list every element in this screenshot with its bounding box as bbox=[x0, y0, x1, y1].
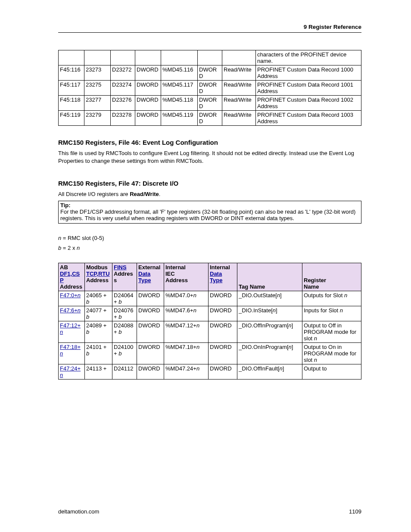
formula-n: n = RMC slot (0-5) bbox=[58, 234, 361, 242]
col-register-name: Register Name bbox=[302, 263, 361, 291]
table-row: F45:11723275D23274DWORD%MD45.117DWORDRea… bbox=[59, 81, 361, 96]
table-row: F45:11623273D23272DWORD%MD45.116DWORDRea… bbox=[59, 65, 361, 81]
footer-left: deltamotion.com bbox=[58, 508, 99, 515]
paragraph-file46: This file is used by RMCTools to configu… bbox=[58, 149, 361, 165]
col-internal-iec: Internal IEC Address bbox=[164, 263, 209, 291]
col-external-data-type: External Data Type bbox=[137, 263, 164, 291]
paragraph-file47-intro: All Discrete I/O registers are Read/Writ… bbox=[58, 190, 361, 198]
tip-box: Tip: For the DF1/CSP addressing format, … bbox=[58, 201, 361, 224]
col-modbus: Modbus TCP,RTU Address bbox=[85, 263, 112, 291]
table-row: F45:11923279D23278DWORD%MD45.119DWORDRea… bbox=[59, 111, 361, 126]
col-tag-name: Tag Name bbox=[237, 263, 302, 291]
col-ab: AB DF1,CSP Address bbox=[59, 263, 85, 291]
formula-b: b = 2 x n bbox=[58, 244, 361, 252]
table-row: F47:18+n24101 + bD24100 + bDWORD%MD47.18… bbox=[59, 342, 361, 364]
table-row: F45:11823277D23276DWORD%MD45.118DWORDRea… bbox=[59, 96, 361, 111]
col-internal-data-type: Internal Data Type bbox=[209, 263, 237, 291]
table-file47: AB DF1,CSP Address Modbus TCP,RTU Addres… bbox=[58, 263, 361, 380]
table-row: F47:12+n24089 + bD24088 + bDWORD%MD47.12… bbox=[59, 321, 361, 342]
page-content: 9 Register Reference characters of the P… bbox=[0, 0, 411, 380]
table-file45: characters of the PROFINET device name. … bbox=[58, 50, 361, 126]
page-footer: deltamotion.com 1109 bbox=[58, 508, 361, 515]
tip-label: Tip: bbox=[60, 202, 71, 208]
section-heading-file47: RMC150 Registers, File 47: Discrete I/O bbox=[58, 180, 361, 187]
cell-desc: characters of the PROFINET device name. bbox=[256, 50, 361, 65]
table-row: F47:0+n24065 + bD24064 + bDWORD%MD47.0+n… bbox=[59, 291, 361, 306]
section-heading-file46: RMC150 Registers, File 46: Event Log Con… bbox=[58, 139, 361, 146]
col-fins: FINS Address bbox=[112, 263, 137, 291]
table-row: F47:24+n24113 + D24112DWORD%MD47.24+nDWO… bbox=[59, 364, 361, 379]
footer-right: 1109 bbox=[349, 508, 361, 515]
table-row-top-partial: characters of the PROFINET device name. bbox=[59, 50, 361, 65]
table-row: F47:6+n24077 + bD24076 + bDWORD%MD47.6+n… bbox=[59, 306, 361, 321]
table-header-row: AB DF1,CSP Address Modbus TCP,RTU Addres… bbox=[59, 263, 361, 291]
running-header: 9 Register Reference bbox=[58, 24, 361, 33]
tip-body: For the DF1/CSP addressing format, all '… bbox=[60, 208, 355, 221]
